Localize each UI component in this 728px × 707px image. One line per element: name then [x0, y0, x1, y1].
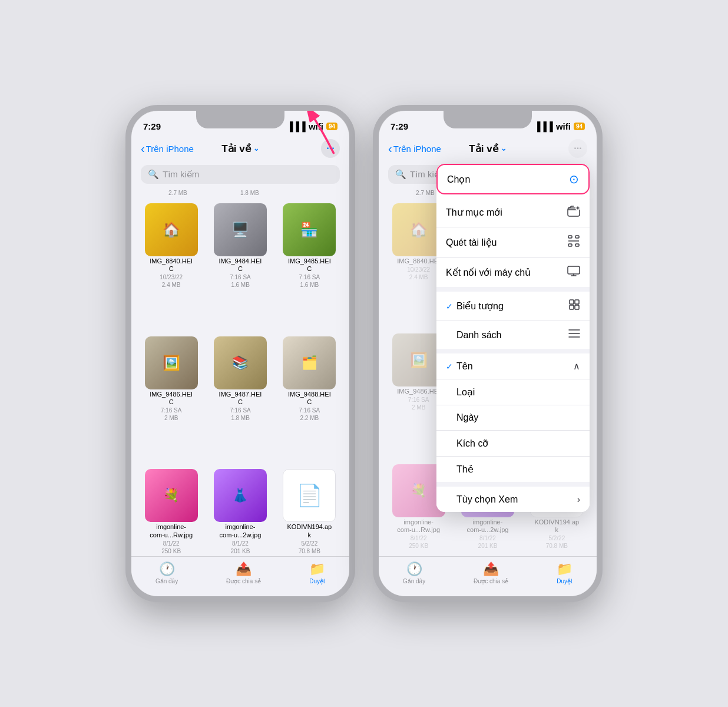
file-date: 7:16 SA	[230, 407, 251, 414]
tab-browse-label-right: Duyệt	[557, 578, 573, 584]
menu-separator-1	[436, 287, 590, 292]
file-size: 70.8 MB	[299, 548, 320, 554]
tab-recent-right[interactable]: 🕐 Gần đây	[403, 561, 425, 584]
title-dropdown-arrow-left[interactable]: ⌄	[253, 144, 259, 153]
menu-label-ten: Tên	[456, 361, 573, 372]
tab-bar-right: 🕐 Gần đây 📤 Được chia sẻ 📁 Duyệt	[379, 556, 597, 596]
file-thumb: 👗	[214, 469, 267, 522]
top-sizes-left: 2.7 MB 1.8 MB	[131, 190, 349, 199]
tab-recent-left[interactable]: 🕐 Gần đây	[155, 561, 178, 584]
menu-item-the[interactable]: ✓ Thẻ	[436, 457, 590, 482]
tab-browse-right[interactable]: 📁 Duyệt	[557, 561, 573, 584]
menu-label-bieu-tuong: Biểu tượng	[456, 300, 568, 312]
file-size: 201 KB	[231, 548, 250, 554]
menu-label-kich-co: Kích cỡ	[456, 438, 580, 449]
tab-shared-left[interactable]: 📤 Được chia sẻ	[226, 561, 261, 584]
file-date: 7:16 SA	[299, 407, 320, 414]
menu-item-quet[interactable]: Quét tài liệu	[436, 227, 590, 258]
menu-label-the: Thẻ	[456, 464, 580, 475]
file-date: 8/1/22	[232, 540, 249, 547]
more-button-left[interactable]: ···	[321, 139, 340, 158]
menu-separator-2	[436, 349, 590, 353]
file-item[interactable]: 📚 IMG_9487.HEIC 7:16 SA 1.8 MB	[206, 332, 274, 464]
title-dropdown-arrow-right[interactable]: ⌄	[501, 144, 507, 153]
menu-item-danh-sach[interactable]: ✓ Danh sách	[436, 321, 590, 349]
file-thumb: 🗂️	[283, 336, 336, 389]
chevron-right-icon: ›	[577, 494, 580, 505]
recent-icon: 🕐	[159, 561, 175, 577]
back-button-right[interactable]: ‹ Trên iPhone	[388, 142, 469, 156]
recent-icon-right: 🕐	[406, 561, 422, 577]
file-name: IMG_9486.HEIC	[150, 391, 193, 406]
top-size-1-left: 2.7 MB	[168, 190, 187, 196]
file-thumb: 🏠	[145, 203, 198, 256]
file-grid-left: 🏠 IMG_8840.HEIC 10/23/22 2.4 MB 🖥️ IMG_9…	[131, 199, 349, 596]
menu-item-tuy-chon-xem[interactable]: ✓ Tùy chọn Xem ›	[436, 487, 590, 512]
file-size: 250 KB	[161, 548, 181, 554]
search-bar-left[interactable]: 🔍 Tìm kiếm	[141, 165, 340, 184]
file-size: 70.8 MB	[546, 543, 568, 549]
file-name: IMG_9488.HEIC	[288, 391, 331, 406]
nav-title-right: Tải về ⌄	[469, 143, 506, 155]
file-name: imgonline-com-u...Rw.jpg	[397, 518, 440, 534]
svg-rect-5	[568, 244, 572, 246]
menu-label-thu-muc-moi: Thư mục mới	[446, 207, 567, 218]
back-button-left[interactable]: ‹ Trên iPhone	[141, 142, 221, 156]
file-name: KODIVN194.apk	[287, 523, 332, 538]
more-button-right[interactable]: ···	[568, 139, 587, 158]
file-thumb: 🏪	[283, 203, 336, 256]
svg-rect-6	[575, 244, 579, 246]
file-name: imgonline-com-u...Rw.jpg	[150, 523, 193, 538]
file-date: 8/1/22	[479, 535, 496, 541]
file-size: 2.2 MB	[300, 415, 319, 421]
file-thumb: 🖥️	[214, 203, 267, 256]
svg-rect-9	[570, 300, 574, 304]
menu-item-ngay[interactable]: ✓ Ngày	[436, 405, 590, 431]
menu-item-kich-co[interactable]: ✓ Kích cỡ	[436, 431, 590, 457]
file-name: IMG_8840.HEIC	[150, 257, 193, 273]
dropdown-section-select: Chọn ⊙	[436, 164, 590, 194]
menu-label-ket-noi: Kết nối với máy chủ	[446, 267, 567, 278]
shared-icon-right: 📤	[483, 561, 499, 577]
check-ten: ✓	[446, 362, 453, 371]
chevron-up-icon: ∧	[573, 361, 580, 372]
menu-item-bieu-tuong[interactable]: ✓ Biểu tượng	[436, 292, 590, 321]
file-size: 2 MB	[164, 415, 178, 421]
list-icon	[568, 328, 580, 342]
tab-browse-left[interactable]: 📁 Duyệt	[309, 561, 325, 584]
file-date: 10/23/22	[160, 274, 183, 280]
file-date: 8/1/22	[411, 535, 427, 541]
file-date: 10/23/22	[407, 266, 430, 273]
file-item[interactable]: 🖼️ IMG_9486.HEIC 7:16 SA 2 MB	[137, 332, 205, 464]
top-size-1-right: 2.7 MB	[416, 190, 435, 196]
time-right: 7:29	[391, 121, 408, 131]
menu-item-chon[interactable]: Chọn ⊙	[438, 165, 588, 193]
browse-icon: 📁	[309, 561, 325, 577]
grid-icon	[568, 299, 580, 313]
menu-label-danh-sach: Danh sách	[456, 330, 568, 341]
menu-item-thu-muc-moi[interactable]: Thư mục mới	[436, 198, 590, 227]
menu-item-ten[interactable]: ✓ Tên ∧	[436, 353, 590, 379]
file-date: 5/2/22	[548, 535, 565, 541]
menu-item-loai[interactable]: ✓ Loại	[436, 379, 590, 405]
file-item[interactable]: 🖥️ IMG_9484.HEIC 7:16 SA 1.6 MB	[206, 199, 274, 331]
tab-browse-label: Duyệt	[309, 578, 325, 584]
file-size: 201 KB	[478, 543, 498, 549]
file-item[interactable]: 🗂️ IMG_9488.HEIC 7:16 SA 2.2 MB	[276, 332, 343, 464]
battery-right: 94	[574, 123, 585, 130]
signal-icon: ▐▐▐	[287, 121, 306, 131]
wifi-icon: wifi	[309, 121, 323, 131]
svg-rect-11	[570, 305, 574, 309]
menu-separator-3	[436, 482, 590, 487]
tab-shared-right[interactable]: 📤 Được chia sẻ	[474, 561, 508, 584]
file-item[interactable]: 🏪 IMG_9485.HEIC 7:16 SA 1.6 MB	[276, 199, 343, 331]
phone-left: 7:29 ▐▐▐ wifi 94 ‹ Trên iPhone Tải về ⌄	[125, 105, 355, 602]
scan-icon	[567, 234, 580, 250]
tab-recent-label: Gần đây	[155, 578, 178, 584]
menu-label-quet: Quét tài liệu	[446, 237, 567, 248]
dropdown-section-1: Thư mục mới Quét tài liệu	[436, 198, 590, 287]
nav-title-left: Tải về ⌄	[221, 143, 259, 155]
new-folder-icon	[567, 205, 580, 220]
menu-item-ket-noi[interactable]: Kết nối với máy chủ	[436, 258, 590, 287]
file-item[interactable]: 🏠 IMG_8840.HEIC 10/23/22 2.4 MB	[137, 199, 205, 331]
